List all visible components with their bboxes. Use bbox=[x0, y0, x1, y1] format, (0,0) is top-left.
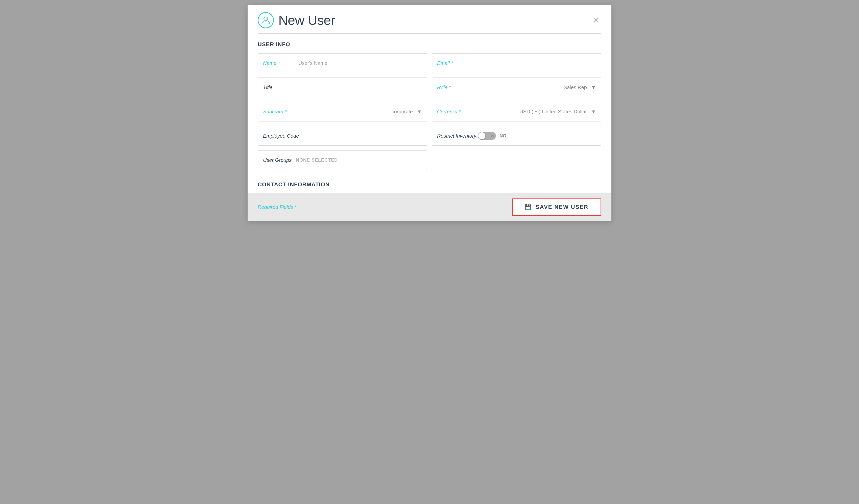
save-icon: 💾 bbox=[525, 204, 532, 210]
currency-value: USD ( $ ):United States Dollar bbox=[470, 109, 596, 114]
email-label: Email * bbox=[437, 60, 470, 66]
toggle-state-label: NO bbox=[499, 133, 506, 139]
user-avatar-icon bbox=[258, 12, 274, 28]
title-label: Title bbox=[263, 85, 296, 90]
subteam-value: corporate bbox=[296, 109, 422, 114]
modal-overlay: New User × USER INFO Name * Email * bbox=[0, 0, 859, 504]
email-field-container: Email * bbox=[432, 53, 601, 73]
modal-body: USER INFO Name * Email * Title bbox=[247, 34, 612, 193]
required-fields-label: Required Fields * bbox=[258, 204, 296, 210]
currency-select-wrapper[interactable]: USD ( $ ):United States Dollar ▼ bbox=[470, 109, 596, 114]
save-button-label: SAVE NEW USER bbox=[536, 204, 588, 210]
close-button[interactable]: × bbox=[591, 15, 601, 26]
form-row-4: Employee Code Restrict Inventory: ✕ NO bbox=[258, 126, 601, 146]
user-groups-label: User Groups bbox=[263, 157, 296, 163]
restrict-inventory-label: Restrict Inventory: bbox=[437, 133, 478, 139]
restrict-inventory-toggle-wrapper: ✕ NO bbox=[478, 132, 506, 140]
contact-info-section-title: CONTACT INFORMATION bbox=[258, 181, 601, 193]
currency-dropdown-arrow: ▼ bbox=[591, 109, 596, 114]
title-input[interactable] bbox=[296, 85, 422, 90]
currency-field-container[interactable]: Currency * USD ( $ ):United States Dolla… bbox=[432, 102, 601, 121]
employee-code-label: Employee Code bbox=[263, 133, 299, 139]
name-input[interactable] bbox=[296, 60, 422, 66]
restrict-inventory-toggle[interactable]: ✕ bbox=[478, 132, 496, 140]
form-row-3: Subteam * corporate ▼ Currency * USD ( $… bbox=[258, 102, 601, 121]
toggle-x-icon: ✕ bbox=[491, 134, 494, 138]
title-field-container: Title bbox=[258, 77, 427, 97]
user-groups-value: NONE SELECTED bbox=[296, 157, 338, 163]
form-row-5: User Groups NONE SELECTED bbox=[258, 150, 601, 170]
name-field-container: Name * bbox=[258, 53, 427, 73]
modal-header-left: New User bbox=[258, 12, 335, 28]
toggle-thumb bbox=[478, 132, 485, 139]
currency-label: Currency * bbox=[437, 109, 470, 114]
subteam-select-wrapper[interactable]: corporate ▼ bbox=[296, 109, 422, 114]
role-field-container[interactable]: Role * Sales Rep ▼ bbox=[432, 77, 601, 97]
modal-dialog: New User × USER INFO Name * Email * bbox=[247, 5, 612, 221]
role-value: Sales Rep bbox=[470, 85, 596, 90]
role-dropdown-arrow: ▼ bbox=[591, 85, 596, 90]
svg-point-0 bbox=[264, 17, 268, 21]
employee-code-input[interactable] bbox=[299, 133, 422, 139]
modal-footer: Required Fields * 💾 SAVE NEW USER bbox=[247, 193, 612, 221]
save-new-user-button[interactable]: 💾 SAVE NEW USER bbox=[512, 198, 601, 216]
form-row-2: Title Role * Sales Rep ▼ bbox=[258, 77, 601, 97]
role-label: Role * bbox=[437, 85, 470, 90]
modal-title: New User bbox=[278, 13, 335, 28]
employee-code-field-container: Employee Code bbox=[258, 126, 427, 146]
user-info-section-title: USER INFO bbox=[258, 41, 601, 48]
role-select-wrapper[interactable]: Sales Rep ▼ bbox=[470, 85, 596, 90]
restrict-inventory-field-container: Restrict Inventory: ✕ NO bbox=[432, 126, 601, 146]
subteam-label: Subteam * bbox=[263, 109, 296, 114]
name-label: Name * bbox=[263, 60, 296, 66]
section-divider bbox=[258, 176, 601, 176]
user-groups-field-container[interactable]: User Groups NONE SELECTED bbox=[258, 150, 427, 170]
subteam-dropdown-arrow: ▼ bbox=[417, 109, 422, 114]
subteam-field-container[interactable]: Subteam * corporate ▼ bbox=[258, 102, 427, 121]
modal-header: New User × bbox=[247, 5, 612, 33]
form-row-1: Name * Email * bbox=[258, 53, 601, 73]
email-input[interactable] bbox=[470, 60, 596, 66]
